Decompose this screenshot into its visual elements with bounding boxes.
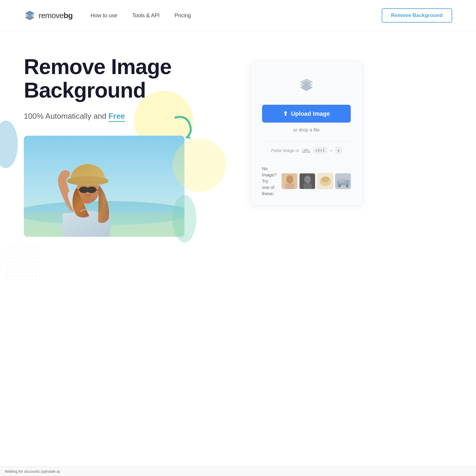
drop-file-text: or drop a file bbox=[293, 127, 320, 133]
paste-url-link[interactable]: URL bbox=[302, 148, 310, 153]
hero-image bbox=[24, 136, 184, 237]
svg-marker-18 bbox=[185, 135, 191, 139]
svg-rect-27 bbox=[303, 183, 312, 189]
sample-thumb-1[interactable] bbox=[281, 173, 298, 189]
status-bar: Waiting for accounts (a)inside a) bbox=[0, 466, 476, 476]
svg-rect-33 bbox=[338, 179, 345, 182]
blob-circle bbox=[173, 138, 226, 192]
thumb-2-image bbox=[300, 173, 315, 189]
thumb-3-image bbox=[317, 173, 333, 189]
sample-thumb-3[interactable] bbox=[317, 173, 333, 189]
hero-subtitle: 100% Automatically and Free bbox=[24, 112, 232, 121]
paste-bar: Paste image or URL ctrl + v bbox=[262, 142, 351, 154]
arrow-container bbox=[170, 112, 199, 143]
status-text: Waiting for accounts (a)inside a) bbox=[5, 469, 60, 474]
hero-title-line1: Remove Image bbox=[24, 55, 171, 79]
nav-link-how-to-use[interactable]: How to use bbox=[90, 12, 117, 19]
blob-green bbox=[173, 195, 196, 242]
logo-text: removebg bbox=[39, 11, 73, 20]
hero-image-container bbox=[24, 136, 184, 237]
hero-subtitle-free: Free bbox=[109, 112, 125, 122]
upload-arrow-icon: ⬆ bbox=[283, 110, 288, 117]
logo[interactable]: removebg bbox=[24, 10, 73, 21]
woman-illustration bbox=[24, 136, 184, 237]
no-image-label: No image? bbox=[262, 166, 276, 177]
thumb-1-image bbox=[282, 173, 298, 189]
hero-title-line2: Background bbox=[24, 78, 146, 102]
sample-thumb-4[interactable] bbox=[335, 173, 351, 189]
hero-decorations bbox=[173, 138, 226, 239]
upload-button-label: Upload Image bbox=[291, 110, 330, 117]
thumb-4-image bbox=[335, 173, 351, 189]
paste-shortcut-plus: + bbox=[330, 148, 332, 153]
svg-rect-24 bbox=[285, 184, 294, 189]
try-label: Try one of these: bbox=[262, 178, 274, 196]
nav-links: How to use Tools & API Pricing bbox=[90, 12, 191, 19]
hero-section: Remove Image Background 100% Automatical… bbox=[0, 31, 476, 299]
svg-point-16 bbox=[67, 176, 109, 186]
dots-pattern bbox=[6, 245, 42, 281]
upload-card: ⬆ Upload Image or drop a file Paste imag… bbox=[250, 61, 363, 206]
navbar: removebg How to use Tools & API Pricing … bbox=[0, 0, 476, 31]
sample-label: No image? Try one of these: bbox=[262, 165, 276, 197]
hero-subtitle-prefix: 100% Automatically and bbox=[24, 112, 109, 120]
paste-shortcut-ctrl: ctrl bbox=[313, 147, 327, 154]
paste-label-text: Paste image or bbox=[271, 148, 299, 153]
layers-svg-icon bbox=[297, 76, 316, 95]
nav-link-tools-api[interactable]: Tools & API bbox=[132, 12, 160, 19]
remove-background-button[interactable]: Remove Background bbox=[382, 8, 452, 23]
logo-icon bbox=[24, 10, 36, 21]
sample-images-row: No image? Try one of these: bbox=[262, 165, 351, 197]
sample-thumb-2[interactable] bbox=[299, 173, 315, 189]
svg-point-23 bbox=[286, 175, 293, 184]
paste-shortcut-v: v bbox=[335, 147, 342, 154]
svg-point-35 bbox=[346, 184, 349, 187]
layers-icon-container bbox=[297, 76, 316, 96]
hero-title: Remove Image Background bbox=[24, 55, 232, 102]
nav-link-pricing[interactable]: Pricing bbox=[175, 12, 191, 19]
svg-point-30 bbox=[321, 176, 330, 182]
blob-blue bbox=[0, 120, 18, 168]
nav-left: removebg How to use Tools & API Pricing bbox=[24, 10, 191, 21]
svg-point-26 bbox=[304, 176, 311, 183]
svg-point-34 bbox=[338, 184, 341, 187]
upload-image-button[interactable]: ⬆ Upload Image bbox=[262, 105, 351, 123]
arrow-icon bbox=[170, 112, 199, 141]
sample-thumbnails bbox=[281, 173, 351, 189]
